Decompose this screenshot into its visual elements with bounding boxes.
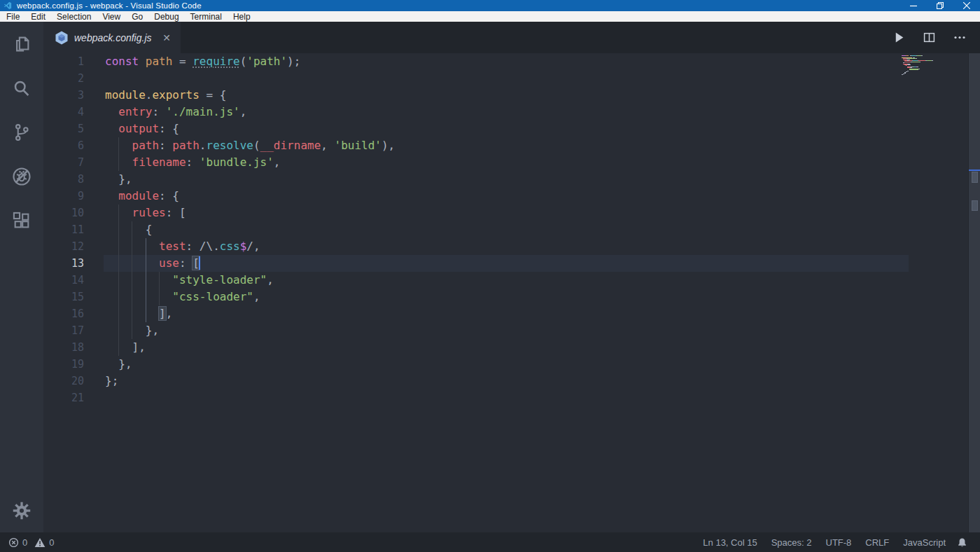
errors-count: 0 (22, 537, 27, 548)
line-number[interactable]: 9 (43, 188, 105, 205)
line-number[interactable]: 20 (43, 373, 105, 389)
code-line-18[interactable]: 18 ], (43, 339, 968, 356)
code-text: "style-loader", (105, 272, 274, 289)
scrollbar-overview-ruler[interactable] (968, 53, 980, 532)
code-line-15[interactable]: 15 "css-loader", (43, 289, 968, 305)
code-line-4[interactable]: 4 entry: './main.js', (43, 104, 968, 120)
code-text: use: [ (105, 255, 200, 272)
line-number[interactable]: 5 (43, 120, 105, 137)
line-number[interactable]: 8 (43, 171, 105, 188)
line-number[interactable]: 12 (43, 238, 105, 255)
code-editor[interactable]: 1const path = require('path');23module.e… (43, 53, 980, 532)
code-text: }; (105, 373, 118, 389)
line-number[interactable]: 17 (43, 322, 105, 339)
code-line-12[interactable]: 12 test: /\.css$/, (43, 238, 968, 255)
line-number[interactable]: 18 (43, 339, 105, 356)
line-number[interactable]: 6 (43, 137, 105, 154)
code-line-16[interactable]: 16 ], (43, 305, 968, 322)
menu-bar: File Edit Selection View Go Debug Termin… (0, 11, 980, 22)
code-line-5[interactable]: 5 output: { (43, 120, 968, 137)
warnings-icon (34, 537, 46, 548)
menu-view[interactable]: View (97, 11, 126, 22)
code-line-20[interactable]: 20}; (43, 373, 968, 389)
line-number[interactable]: 3 (43, 87, 105, 104)
restore-button[interactable] (927, 0, 953, 11)
menu-terminal[interactable]: Terminal (185, 11, 227, 22)
extensions-icon[interactable] (0, 198, 43, 242)
line-number[interactable]: 11 (43, 221, 105, 238)
line-number[interactable]: 2 (43, 70, 105, 87)
code-text: path: path.resolve(__dirname, 'build'), (105, 137, 395, 154)
debug-icon[interactable] (0, 154, 43, 198)
code-line-9[interactable]: 9 module: { (43, 188, 968, 205)
activity-bar (0, 22, 43, 532)
line-number[interactable]: 4 (43, 104, 105, 120)
tab-close-icon[interactable]: ✕ (160, 31, 174, 45)
menu-edit[interactable]: Edit (25, 11, 51, 22)
vscode-app-icon (4, 1, 12, 10)
line-number[interactable]: 15 (43, 289, 105, 305)
code-line-21[interactable]: 21 (43, 389, 968, 406)
code-text: test: /\.css$/, (105, 238, 260, 255)
tab-label: webpack.config.js (74, 32, 152, 43)
menu-file[interactable]: File (1, 11, 25, 22)
line-number[interactable]: 7 (43, 154, 105, 171)
code-text: }, (105, 356, 132, 373)
code-line-19[interactable]: 19 }, (43, 356, 968, 373)
indentation-status[interactable]: Spaces: 2 (764, 537, 819, 548)
activity-bar-spacer (0, 242, 43, 488)
code-text: }, (105, 171, 132, 188)
code-text: output: { (105, 120, 179, 137)
menu-selection[interactable]: Selection (51, 11, 97, 22)
code-text: rules: [ (105, 205, 186, 221)
settings-gear-icon[interactable] (0, 488, 43, 532)
code-text: module.exports = { (105, 87, 226, 104)
title-bar: webpack.config.js - webpack - Visual Stu… (0, 0, 980, 11)
line-number[interactable]: 1 (43, 53, 105, 70)
code-line-8[interactable]: 8 }, (43, 171, 968, 188)
code-text: module: { (105, 188, 179, 205)
menu-debug[interactable]: Debug (148, 11, 184, 22)
line-number[interactable]: 19 (43, 356, 105, 373)
problems-status[interactable]: 0 0 (0, 537, 54, 548)
language-mode-status[interactable]: JavaScript (896, 537, 953, 548)
source-control-icon[interactable] (0, 110, 43, 154)
code-line-14[interactable]: 14 "style-loader", (43, 272, 968, 289)
encoding-status[interactable]: UTF-8 (819, 537, 859, 548)
line-number[interactable]: 10 (43, 205, 105, 221)
notifications-bell-icon[interactable] (953, 537, 973, 548)
line-number[interactable]: 16 (43, 305, 105, 322)
text-cursor (199, 256, 200, 270)
code-line-6[interactable]: 6 path: path.resolve(__dirname, 'build')… (43, 137, 968, 154)
menu-help[interactable]: Help (227, 11, 256, 22)
code-line-10[interactable]: 10 rules: [ (43, 205, 968, 221)
minimap[interactable] (902, 55, 951, 76)
overview-bracket-marker[interactable] (972, 172, 978, 183)
menu-go[interactable]: Go (126, 11, 148, 22)
cursor-position-status[interactable]: Ln 13, Col 15 (696, 537, 764, 548)
code-line-13[interactable]: 13 use: [ (43, 255, 968, 272)
run-button[interactable] (893, 32, 905, 43)
tab-webpack-config[interactable]: webpack.config.js ✕ (43, 22, 181, 53)
line-number[interactable]: 13 (43, 255, 105, 272)
code-text: }, (105, 322, 159, 339)
code-line-3[interactable]: 3module.exports = { (43, 87, 968, 104)
minimize-button[interactable] (900, 0, 927, 11)
code-line-1[interactable]: 1const path = require('path'); (43, 53, 968, 70)
code-line-2[interactable]: 2 (43, 70, 968, 87)
search-icon[interactable] (0, 66, 43, 110)
code-line-17[interactable]: 17 }, (43, 322, 968, 339)
split-editor-icon[interactable] (923, 32, 935, 43)
close-button[interactable] (953, 0, 980, 11)
line-number[interactable]: 14 (43, 272, 105, 289)
more-actions-icon[interactable] (953, 32, 966, 43)
window-title: webpack.config.js - webpack - Visual Stu… (17, 1, 202, 10)
code-line-11[interactable]: 11 { (43, 221, 968, 238)
eol-status[interactable]: CRLF (858, 537, 896, 548)
code-text: ], (105, 339, 146, 356)
code-text: entry: './main.js', (105, 104, 246, 120)
code-line-7[interactable]: 7 filename: 'bundle.js', (43, 154, 968, 171)
overview-bracket-marker[interactable] (972, 200, 978, 211)
explorer-icon[interactable] (0, 22, 43, 66)
line-number[interactable]: 21 (43, 389, 105, 406)
